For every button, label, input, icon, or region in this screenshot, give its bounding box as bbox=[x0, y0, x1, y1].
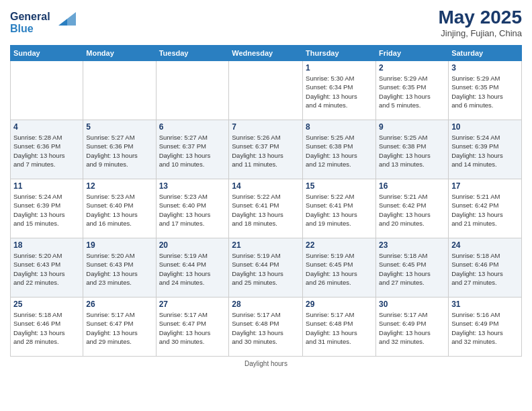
day-info: Sunrise: 5:29 AM Sunset: 6:35 PM Dayligh… bbox=[379, 74, 445, 109]
day-info: Sunrise: 5:30 AM Sunset: 6:34 PM Dayligh… bbox=[306, 74, 373, 109]
day-cell-empty bbox=[156, 61, 229, 120]
day-number: 20 bbox=[159, 240, 226, 250]
day-number: 15 bbox=[306, 181, 373, 191]
day-number: 19 bbox=[86, 240, 152, 250]
day-number: 3 bbox=[451, 63, 519, 73]
day-cell-26: 26Sunrise: 5:17 AM Sunset: 6:47 PM Dayli… bbox=[83, 298, 156, 357]
day-info: Sunrise: 5:21 AM Sunset: 6:42 PM Dayligh… bbox=[379, 192, 445, 228]
day-info: Sunrise: 5:23 AM Sunset: 6:40 PM Dayligh… bbox=[86, 192, 152, 228]
day-cell-29: 29Sunrise: 5:17 AM Sunset: 6:48 PM Dayli… bbox=[303, 298, 376, 357]
day-number: 10 bbox=[451, 122, 519, 132]
day-info: Sunrise: 5:17 AM Sunset: 6:47 PM Dayligh… bbox=[86, 310, 152, 346]
day-number: 7 bbox=[232, 122, 300, 132]
day-info: Sunrise: 5:21 AM Sunset: 6:42 PM Dayligh… bbox=[451, 192, 519, 228]
day-cell-8: 8Sunrise: 5:25 AM Sunset: 6:38 PM Daylig… bbox=[303, 120, 376, 179]
day-info: Sunrise: 5:22 AM Sunset: 6:41 PM Dayligh… bbox=[306, 192, 373, 228]
day-cell-22: 22Sunrise: 5:19 AM Sunset: 6:45 PM Dayli… bbox=[303, 238, 376, 298]
week-row-1: 4Sunrise: 5:28 AM Sunset: 6:36 PM Daylig… bbox=[11, 120, 522, 179]
day-info: Sunrise: 5:17 AM Sunset: 6:49 PM Dayligh… bbox=[379, 310, 445, 346]
day-number: 29 bbox=[306, 300, 373, 309]
logo-svg: General Blue bbox=[10, 7, 81, 37]
day-number: 5 bbox=[86, 122, 152, 132]
day-cell-3: 3Sunrise: 5:29 AM Sunset: 6:35 PM Daylig… bbox=[449, 61, 522, 120]
day-cell-18: 18Sunrise: 5:20 AM Sunset: 6:43 PM Dayli… bbox=[11, 238, 83, 298]
day-cell-11: 11Sunrise: 5:24 AM Sunset: 6:39 PM Dayli… bbox=[11, 179, 83, 238]
day-cell-19: 19Sunrise: 5:20 AM Sunset: 6:43 PM Dayli… bbox=[83, 238, 156, 298]
week-row-2: 11Sunrise: 5:24 AM Sunset: 6:39 PM Dayli… bbox=[11, 179, 522, 238]
header-row: SundayMondayTuesdayWednesdayThursdayFrid… bbox=[11, 46, 522, 61]
week-row-0: 1Sunrise: 5:30 AM Sunset: 6:34 PM Daylig… bbox=[11, 61, 522, 120]
day-info: Sunrise: 5:28 AM Sunset: 6:36 PM Dayligh… bbox=[13, 133, 80, 169]
day-number: 18 bbox=[13, 240, 80, 250]
day-info: Sunrise: 5:29 AM Sunset: 6:35 PM Dayligh… bbox=[451, 74, 519, 109]
day-cell-21: 21Sunrise: 5:19 AM Sunset: 6:44 PM Dayli… bbox=[229, 238, 303, 298]
day-cell-14: 14Sunrise: 5:22 AM Sunset: 6:41 PM Dayli… bbox=[229, 179, 303, 238]
col-header-tuesday: Tuesday bbox=[156, 46, 229, 61]
col-header-monday: Monday bbox=[83, 46, 156, 61]
day-cell-12: 12Sunrise: 5:23 AM Sunset: 6:40 PM Dayli… bbox=[83, 179, 156, 238]
day-cell-9: 9Sunrise: 5:25 AM Sunset: 6:38 PM Daylig… bbox=[376, 120, 449, 179]
day-info: Sunrise: 5:27 AM Sunset: 6:36 PM Dayligh… bbox=[86, 133, 152, 169]
footer-text: Daylight hours bbox=[245, 360, 287, 367]
day-info: Sunrise: 5:19 AM Sunset: 6:45 PM Dayligh… bbox=[306, 251, 373, 287]
day-cell-7: 7Sunrise: 5:26 AM Sunset: 6:37 PM Daylig… bbox=[229, 120, 303, 179]
day-number: 6 bbox=[159, 122, 226, 132]
day-number: 28 bbox=[232, 300, 300, 309]
day-number: 24 bbox=[451, 240, 519, 250]
day-number: 16 bbox=[379, 181, 445, 191]
week-row-4: 25Sunrise: 5:18 AM Sunset: 6:46 PM Dayli… bbox=[11, 298, 522, 357]
day-cell-24: 24Sunrise: 5:18 AM Sunset: 6:46 PM Dayli… bbox=[449, 238, 522, 298]
day-cell-17: 17Sunrise: 5:21 AM Sunset: 6:42 PM Dayli… bbox=[449, 179, 522, 238]
day-number: 23 bbox=[379, 240, 445, 250]
day-info: Sunrise: 5:20 AM Sunset: 6:43 PM Dayligh… bbox=[86, 251, 152, 287]
calendar-body: 1Sunrise: 5:30 AM Sunset: 6:34 PM Daylig… bbox=[11, 61, 522, 357]
col-header-saturday: Saturday bbox=[449, 46, 522, 61]
day-number: 13 bbox=[159, 181, 226, 191]
day-number: 26 bbox=[86, 300, 152, 309]
day-cell-4: 4Sunrise: 5:28 AM Sunset: 6:36 PM Daylig… bbox=[11, 120, 83, 179]
day-number: 31 bbox=[451, 300, 519, 309]
week-row-3: 18Sunrise: 5:20 AM Sunset: 6:43 PM Dayli… bbox=[11, 238, 522, 298]
day-info: Sunrise: 5:18 AM Sunset: 6:46 PM Dayligh… bbox=[451, 251, 519, 287]
day-number: 8 bbox=[306, 122, 373, 132]
day-cell-20: 20Sunrise: 5:19 AM Sunset: 6:44 PM Dayli… bbox=[156, 238, 229, 298]
day-cell-15: 15Sunrise: 5:22 AM Sunset: 6:41 PM Dayli… bbox=[303, 179, 376, 238]
svg-text:General: General bbox=[10, 11, 50, 22]
day-cell-6: 6Sunrise: 5:27 AM Sunset: 6:37 PM Daylig… bbox=[156, 120, 229, 179]
day-info: Sunrise: 5:19 AM Sunset: 6:44 PM Dayligh… bbox=[159, 251, 226, 287]
col-header-thursday: Thursday bbox=[303, 46, 376, 61]
day-cell-empty bbox=[229, 61, 303, 120]
logo: General Blue bbox=[10, 7, 81, 40]
day-cell-25: 25Sunrise: 5:18 AM Sunset: 6:46 PM Dayli… bbox=[11, 298, 83, 357]
day-info: Sunrise: 5:20 AM Sunset: 6:43 PM Dayligh… bbox=[13, 251, 80, 287]
day-cell-27: 27Sunrise: 5:17 AM Sunset: 6:47 PM Dayli… bbox=[156, 298, 229, 357]
day-info: Sunrise: 5:24 AM Sunset: 6:39 PM Dayligh… bbox=[13, 192, 80, 228]
day-number: 14 bbox=[232, 181, 300, 191]
day-info: Sunrise: 5:27 AM Sunset: 6:37 PM Dayligh… bbox=[159, 133, 226, 169]
calendar-header: SundayMondayTuesdayWednesdayThursdayFrid… bbox=[11, 46, 522, 61]
day-info: Sunrise: 5:23 AM Sunset: 6:40 PM Dayligh… bbox=[159, 192, 226, 228]
day-cell-13: 13Sunrise: 5:23 AM Sunset: 6:40 PM Dayli… bbox=[156, 179, 229, 238]
day-info: Sunrise: 5:22 AM Sunset: 6:41 PM Dayligh… bbox=[232, 192, 300, 228]
day-cell-16: 16Sunrise: 5:21 AM Sunset: 6:42 PM Dayli… bbox=[376, 179, 449, 238]
day-number: 4 bbox=[13, 122, 80, 132]
day-cell-31: 31Sunrise: 5:16 AM Sunset: 6:49 PM Dayli… bbox=[449, 298, 522, 357]
day-number: 27 bbox=[159, 300, 226, 309]
day-cell-30: 30Sunrise: 5:17 AM Sunset: 6:49 PM Dayli… bbox=[376, 298, 449, 357]
day-cell-1: 1Sunrise: 5:30 AM Sunset: 6:34 PM Daylig… bbox=[303, 61, 376, 120]
day-info: Sunrise: 5:17 AM Sunset: 6:48 PM Dayligh… bbox=[306, 310, 373, 346]
day-number: 17 bbox=[451, 181, 519, 191]
footer: Daylight hours bbox=[10, 360, 522, 367]
svg-marker-3 bbox=[67, 12, 76, 26]
day-number: 11 bbox=[13, 181, 80, 191]
day-number: 30 bbox=[379, 300, 445, 309]
day-info: Sunrise: 5:25 AM Sunset: 6:38 PM Dayligh… bbox=[379, 133, 445, 169]
svg-marker-2 bbox=[58, 19, 67, 26]
day-info: Sunrise: 5:16 AM Sunset: 6:49 PM Dayligh… bbox=[451, 310, 519, 346]
day-cell-23: 23Sunrise: 5:18 AM Sunset: 6:45 PM Dayli… bbox=[376, 238, 449, 298]
header: General Blue May 2025 Jinjing, Fujian, C… bbox=[10, 7, 522, 40]
title-area: May 2025 Jinjing, Fujian, China bbox=[438, 7, 522, 38]
day-number: 9 bbox=[379, 122, 445, 132]
col-header-wednesday: Wednesday bbox=[229, 46, 303, 61]
svg-text:Blue: Blue bbox=[10, 23, 34, 34]
